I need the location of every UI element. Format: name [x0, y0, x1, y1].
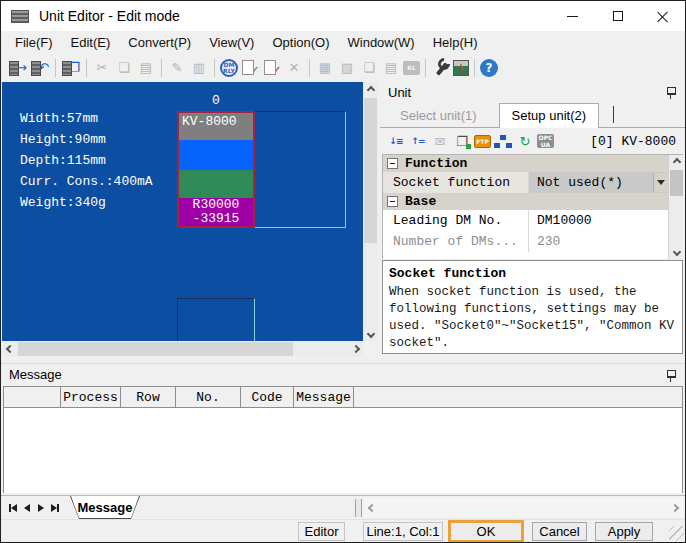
scroll-up-icon[interactable]	[363, 82, 378, 97]
change-unit-icon[interactable]: ❐	[61, 58, 81, 78]
column-process[interactable]: Process	[61, 387, 121, 407]
toolbar-separator	[425, 59, 426, 77]
column-code[interactable]: Code	[241, 387, 294, 407]
insert-unit-icon[interactable]: →	[8, 58, 28, 78]
tab-setup-unit[interactable]: Setup unit(2)	[499, 103, 599, 128]
scroll-thumb[interactable]	[670, 170, 683, 196]
collapse-rows-icon[interactable]: ↓≡	[386, 131, 406, 151]
pin-icon[interactable]	[666, 86, 677, 99]
close-icon	[657, 10, 669, 22]
kl-setting-icon: KL	[403, 61, 420, 75]
occupy-view-icon: ▨	[337, 58, 357, 78]
undo-unit-icon[interactable]: ↶	[30, 58, 50, 78]
prev-tab-icon[interactable]	[20, 500, 34, 516]
apply-button[interactable]: Apply	[595, 522, 653, 541]
unit-blue-section	[179, 140, 253, 170]
minimize-icon	[567, 16, 578, 17]
scroll-right-icon[interactable]	[348, 341, 363, 357]
expand-rows-icon[interactable]: ↑=	[408, 131, 428, 151]
unit-list-icon: ▥	[189, 58, 209, 78]
cursor-position-indicator: Line:1, Col:1	[363, 522, 443, 541]
toolbar-separator	[309, 59, 310, 77]
message-panel-title: Message	[9, 367, 62, 382]
menu-help[interactable]: Help(H)	[424, 31, 487, 54]
dm-rly-assign-icon[interactable]: DM RLY	[220, 59, 238, 77]
property-group-function[interactable]: Function	[383, 155, 668, 172]
property-row-leading-dm[interactable]: Leading DM No. DM10000	[383, 210, 668, 231]
unit-editor-window: Unit Editor - Edit mode File(F) Edit(E) …	[0, 0, 686, 543]
help-icon[interactable]: ?	[480, 59, 498, 77]
property-row-socket-function[interactable]: Socket function Not used(*)	[383, 172, 668, 193]
wrench-icon[interactable]	[431, 58, 451, 78]
collapse-icon[interactable]	[387, 158, 398, 169]
cancel-button[interactable]: Cancel	[532, 522, 587, 541]
maximize-button[interactable]	[595, 1, 640, 31]
unit-layout-canvas[interactable]: Width:57mm Height:90mm Depth:115mm Curr.…	[2, 82, 363, 341]
menu-window[interactable]: Window(W)	[339, 31, 424, 54]
vertical-scroll-thumb[interactable]	[364, 98, 377, 243]
property-group-base[interactable]: Base	[383, 193, 668, 210]
canvas-horizontal-scrollbar[interactable]	[2, 341, 363, 357]
copy-units-icon: ❏	[359, 58, 379, 78]
menu-convert[interactable]: Convert(P)	[119, 31, 200, 54]
ok-button[interactable]: OK	[448, 520, 524, 543]
scroll-down-icon[interactable]	[363, 326, 378, 341]
unit-panel-tabs: Select unit(1) Setup unit(2)	[380, 103, 685, 128]
app-icon[interactable]	[11, 10, 29, 23]
unit-refresh-icon[interactable]: ↻	[515, 131, 535, 151]
first-tab-icon[interactable]	[6, 500, 20, 516]
ftp-icon[interactable]: FTP	[474, 135, 491, 148]
property-grid-scrollbar[interactable]	[668, 155, 683, 259]
opc-ua-icon[interactable]: OPC UA	[537, 134, 554, 148]
column-selector[interactable]	[4, 387, 61, 407]
scroll-down-icon[interactable]	[669, 245, 683, 259]
empty-slot-bottom[interactable]	[177, 298, 255, 341]
toolbar-separator	[214, 59, 215, 77]
column-no[interactable]: No.	[176, 387, 241, 407]
pin-icon[interactable]	[666, 369, 677, 382]
menu-bar: File(F) Edit(E) Convert(P) View(V) Optio…	[1, 31, 685, 54]
scroll-up-icon[interactable]	[669, 155, 683, 169]
message-table-body	[4, 408, 682, 493]
minimize-button[interactable]	[550, 1, 595, 31]
next-tab-icon[interactable]	[34, 500, 48, 516]
dropdown-button[interactable]	[653, 173, 668, 192]
cut-icon: ✂	[92, 58, 112, 78]
paste-icon: ▤	[136, 58, 156, 78]
unit-panel: Unit Select unit(1) Setup unit(2) ↓≡ ↑= …	[380, 82, 685, 357]
scroll-right-icon[interactable]	[671, 503, 679, 511]
menu-edit[interactable]: Edit(E)	[62, 31, 120, 54]
occupy-setting-icon: ▦	[315, 58, 335, 78]
property-row-number-of-dms: Number of DMs... 230	[383, 231, 668, 252]
tab-splitter[interactable]	[355, 499, 362, 517]
message-panel-header: Message	[1, 363, 685, 385]
canvas-vertical-scrollbar[interactable]	[363, 82, 378, 341]
menu-file[interactable]: File(F)	[6, 31, 62, 54]
message-table-header: Process Row No. Code Message	[4, 387, 682, 408]
toolbar-separator	[86, 59, 87, 77]
unit-relay-section: R30000-33915	[179, 198, 253, 226]
scroll-left-icon[interactable]	[2, 341, 17, 357]
empty-slot-right[interactable]	[255, 111, 346, 228]
monitor-save-icon[interactable]: ❐	[452, 131, 472, 151]
horizontal-scroll-thumb[interactable]	[18, 342, 293, 356]
dm-check-icon[interactable]: ✓	[240, 58, 260, 78]
unit-block-kv8000[interactable]: KV-8000 R30000-33915	[177, 111, 255, 228]
menu-view[interactable]: View(V)	[200, 31, 263, 54]
scroll-left-icon[interactable]	[368, 503, 376, 511]
close-button[interactable]	[640, 1, 685, 31]
unit-specs: Width:57mm Height:90mm Depth:115mm Curr.…	[20, 108, 153, 213]
column-row[interactable]: Row	[121, 387, 176, 407]
network-setting-icon[interactable]	[493, 131, 513, 151]
copy-icon: ❏	[114, 58, 134, 78]
rly-check-icon[interactable]: ✓	[262, 58, 282, 78]
menu-option[interactable]: Option(O)	[263, 31, 338, 54]
collapse-icon[interactable]	[387, 196, 398, 207]
tab-message[interactable]: Message	[70, 496, 140, 519]
last-tab-icon[interactable]	[48, 500, 62, 516]
verify-save-icon[interactable]: ↓	[453, 60, 469, 76]
tab-select-unit: Select unit(1)	[388, 104, 489, 127]
tab-horizontal-scrollbar[interactable]	[364, 498, 683, 517]
column-message[interactable]: Message	[294, 387, 354, 407]
resize-grip[interactable]	[669, 526, 684, 541]
